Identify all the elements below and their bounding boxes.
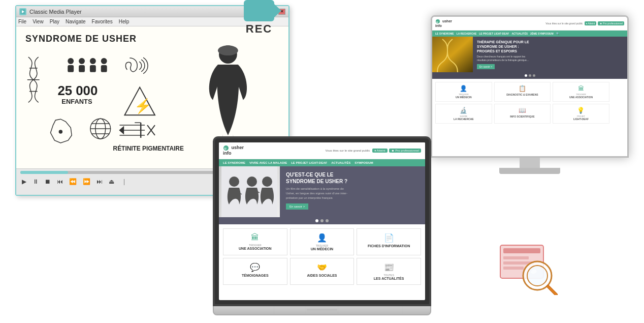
menu-file[interactable]: File <box>18 19 26 24</box>
svg-point-9 <box>90 58 96 64</box>
laptop-cards-grid: 🏛 TROUVER UNE ASSOCIATION 👤 TROUVER UN M… <box>219 224 425 289</box>
site-hero-button[interactable]: En savoir > <box>477 64 495 69</box>
site-header: u usher info Vous êtes sur le site grand… <box>432 17 627 31</box>
menu-help[interactable]: Help <box>119 19 130 24</box>
laptop-hero-subtitle: Un film de sensibilisation à la syndrome… <box>286 187 419 200</box>
site-nav-syndrome[interactable]: LE SYNDROME <box>435 32 454 35</box>
laptop-base <box>213 306 431 315</box>
svg-point-19 <box>95 119 106 139</box>
site-hero-title: THÉRAPIE GÉNIQUE POUR LESYNDROME DE USHE… <box>477 40 529 53</box>
stop-button[interactable]: ⏹ <box>43 177 52 186</box>
site-cards: 👤 TROUVER UN MÉDECIN 📋 DIAGNOSTIC & EXAM… <box>432 79 627 127</box>
menu-navigate[interactable]: Navigate <box>66 19 85 24</box>
laptop-card-temoignages[interactable]: 💬 TÉMOIGNAGES <box>223 258 287 285</box>
laptop-nav-lightdeaf[interactable]: LE PROJET LIGHT-DEAF <box>291 161 327 164</box>
laptop-card-medecin[interactable]: 👤 TROUVER UN MÉDECIN <box>290 228 355 255</box>
rec-badge: REC <box>244 0 274 36</box>
svg-point-5 <box>68 58 74 64</box>
actualites-icon: 📰 <box>360 262 418 272</box>
svg-text:u: u <box>224 146 227 150</box>
site-nav-search[interactable]: 🔍 <box>556 32 559 35</box>
laptop-nav-syndrome[interactable]: LE SYNDROME <box>223 161 245 164</box>
svg-point-17 <box>59 130 62 133</box>
laptop-card-association[interactable]: 🏛 TROUVER UNE ASSOCIATION <box>223 228 287 255</box>
svg-rect-10 <box>90 65 96 72</box>
window-icon <box>19 8 26 15</box>
laptop-nav-symposium[interactable]: SYMPOSIUM <box>355 161 373 164</box>
laptop-nav-vivre[interactable]: VIVRE AVEC LA MALADIE <box>249 161 287 164</box>
laptop-card-actualites[interactable]: 📰 TOUTES LES ACTUALITÉS <box>357 258 421 285</box>
svg-rect-8 <box>79 65 85 72</box>
menu-favorites[interactable]: Favorites <box>92 19 113 24</box>
laptop-hero-image <box>219 166 280 217</box>
laptop-card-fiches[interactable]: 📄 FICHES D'INFORMATION <box>357 228 421 255</box>
svg-point-18 <box>90 119 111 139</box>
laptop-hero-dots <box>219 217 425 224</box>
site-card-medecin[interactable]: 👤 TROUVER UN MÉDECIN <box>435 82 492 102</box>
fast-forward-button[interactable]: ⏩ <box>81 177 92 186</box>
svg-point-41 <box>262 177 272 187</box>
prev-button[interactable]: ⏮ <box>55 177 65 186</box>
magnifier-svg <box>499 244 560 295</box>
next-button[interactable]: ⏭ <box>95 177 104 186</box>
menu-play[interactable]: Play <box>50 19 59 24</box>
laptop-card-aides[interactable]: 🤝 AIDES SOCIALES <box>290 258 355 285</box>
temoignages-icon: 💬 <box>226 262 284 272</box>
wb-main-title: SYNDROME DE USHER <box>25 34 137 44</box>
svg-point-7 <box>79 58 85 64</box>
laptop-header: u usher info Vous êtes sur le site grand… <box>219 142 425 159</box>
site-logo: u usher info <box>435 19 452 28</box>
site-card-scientifique[interactable]: 📖 INFO SCIENTIFIQUE <box>494 104 551 124</box>
laptop-hero-text: QU'EST-CE QUE LESYNDROME DE USHER ? Un f… <box>280 166 425 217</box>
site-nav: LE SYNDROME LA RECHERCHE LE PROJET LIGHT… <box>432 31 627 37</box>
site-hero: THÉRAPIE GÉNIQUE POUR LESYNDROME DE USHE… <box>432 37 627 72</box>
site-nav-lightdeaf[interactable]: LE PROJET LIGHT-DEAF <box>479 32 509 35</box>
site-hero-subtitle: Deux chercheurs français ont le rapport … <box>477 55 529 62</box>
time-display: │ <box>123 179 126 185</box>
eject-button[interactable]: ⏏ <box>107 177 116 186</box>
pause-button[interactable]: ⏸ <box>31 177 40 186</box>
magnifier-badge <box>499 244 560 295</box>
svg-point-39 <box>229 177 239 187</box>
laptop-site-content: u usher info Vous êtes sur le site grand… <box>219 142 425 300</box>
svg-line-28 <box>147 125 155 135</box>
rewind-button[interactable]: ⏪ <box>68 177 78 186</box>
svg-text:25 000: 25 000 <box>57 83 98 98</box>
site-card-diagnostic[interactable]: 📋 DIAGNOSTIC & EXAMENS <box>494 82 551 102</box>
svg-point-31 <box>219 45 237 64</box>
svg-point-40 <box>247 177 257 187</box>
svg-text:ENFANTS: ENFANTS <box>61 98 92 105</box>
site-card-association[interactable]: 🏛 TROUVER UNE ASSOCIATION <box>553 82 609 102</box>
site-nav-recherche[interactable]: LA RECHERCHE <box>457 32 477 35</box>
site-nav-actualites[interactable]: ACTUALITÉS <box>511 32 528 35</box>
svg-marker-15 <box>124 87 155 115</box>
site-hero-text: THÉRAPIE GÉNIQUE POUR LESYNDROME DE USHE… <box>473 37 533 72</box>
svg-point-11 <box>101 58 107 64</box>
laptop-nav-actualites[interactable]: ACTUALITÉS <box>331 161 350 164</box>
site-card-recherche[interactable]: 🔬 SUIVRE LA RECHERCHE <box>435 104 492 124</box>
svg-point-48 <box>527 266 548 286</box>
svg-rect-44 <box>503 256 529 259</box>
laptop-logo: u usher info <box>223 145 244 156</box>
svg-rect-6 <box>68 65 74 72</box>
svg-rect-46 <box>503 267 524 270</box>
play-button[interactable]: ▶ <box>20 177 28 186</box>
laptop-screen: u usher info Vous êtes sur le site grand… <box>213 136 431 306</box>
camera-icon <box>244 0 274 21</box>
medecin-icon: 👤 <box>293 233 351 243</box>
svg-line-51 <box>548 286 556 295</box>
monitor-base <box>499 168 560 174</box>
laptop-notch <box>307 309 337 312</box>
laptop-nav: LE SYNDROME VIVRE AVEC LA MALADIE LE PRO… <box>219 159 425 166</box>
site-nav-symposium[interactable]: 2ÈME SYMPOSIUM <box>530 32 554 35</box>
svg-text:⚡: ⚡ <box>134 98 152 114</box>
menu-view[interactable]: View <box>33 19 44 24</box>
svg-rect-12 <box>101 65 107 72</box>
rec-label: REC <box>246 22 272 36</box>
laptop-hero-button[interactable]: En savoir > <box>286 203 308 210</box>
laptop: u usher info Vous êtes sur le site grand… <box>213 136 431 315</box>
svg-point-32 <box>218 45 238 55</box>
site-card-lightdeaf[interactable]: 💡 PROJET LIGHT-DEAF <box>553 104 609 124</box>
fiches-icon: 📄 <box>360 233 418 243</box>
svg-text:u: u <box>436 20 438 23</box>
